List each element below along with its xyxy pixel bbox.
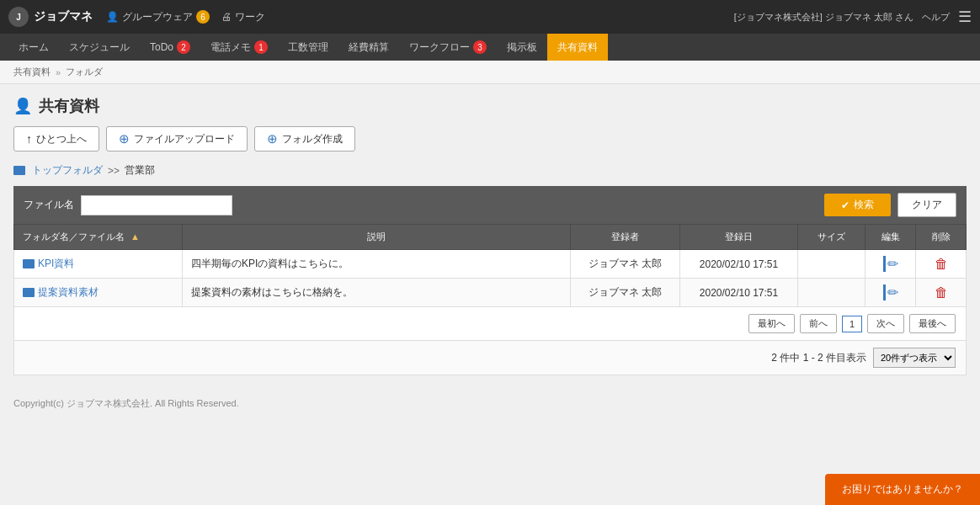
th-size: サイズ [798,225,865,250]
th-delete: 削除 [916,225,967,250]
clear-btn-label: クリア [912,199,942,210]
folder-icon [13,166,25,175]
table-body: KPI資料四半期毎のKPIの資料はこちらに。ジョブマネ 太郎2020/02/10… [14,250,967,307]
tab-work-hours[interactable]: 工数管理 [278,34,338,61]
cell-size [798,279,865,307]
hamburger-icon[interactable]: ☰ [958,8,972,26]
file-folder-link[interactable]: KPI資料 [38,258,74,269]
up-button[interactable]: ↑ ひとつ上へ [13,126,99,152]
cell-description: 四半期毎のKPIの資料はこちらに。 [183,250,571,279]
search-input[interactable] [81,195,232,215]
upload-button[interactable]: ⊕ ファイルアップロード [106,126,248,152]
cell-description: 提案資料の素材はこちらに格納を。 [183,279,571,307]
current-page: 1 [842,316,862,332]
action-buttons: ↑ ひとつ上へ ⊕ ファイルアップロード ⊕ フォルダ作成 [13,126,967,152]
groupware-badge: 6 [196,10,210,24]
cell-date: 2020/02/10 17:51 [680,279,798,307]
tab-todo[interactable]: ToDo 2 [140,34,200,61]
next-page-button[interactable]: 次へ [867,314,904,333]
prev-page-button[interactable]: 前へ [800,314,837,333]
logo-icon: J [8,7,29,27]
th-size-label: サイズ [818,231,845,242]
breadcrumb-sep-1: » [56,67,61,77]
cell-edit: ✏ [865,250,916,279]
per-page-select[interactable]: 20件ずつ表示 50件ずつ表示 [873,348,956,368]
footer-text: Copyright(c) ジョブマネ株式会社. All Rights Reser… [13,398,239,408]
th-edit-label: 編集 [881,231,900,242]
page-title-row: 👤 共有資料 [13,96,967,116]
edit-button[interactable]: ✏ [883,256,898,272]
current-folder: 営業部 [125,163,155,178]
tab-expenses-label: 経費精算 [349,40,389,55]
th-edit: 編集 [865,225,916,250]
shared-docs-icon: 👤 [13,97,32,115]
th-date: 登録日 [680,225,798,250]
path-row: トップフォルダ >> 営業部 [13,163,967,178]
tab-phone-memo-badge: 1 [254,40,268,54]
folder-type-icon [23,288,35,297]
upload-label: ファイルアップロード [134,132,235,146]
first-page-button[interactable]: 最初へ [748,314,795,333]
prev-page-label: 前へ [809,318,828,328]
create-folder-label: フォルダ作成 [282,132,343,146]
tab-shared-docs[interactable]: 共有資料 [547,34,608,61]
main-content: 👤 共有資料 ↑ ひとつ上へ ⊕ ファイルアップロード ⊕ フォルダ作成 トップ… [0,84,980,387]
breadcrumb-item-2[interactable]: フォルダ [66,66,103,78]
breadcrumb: 共有資料 » フォルダ [0,61,980,84]
cell-delete: 🗑 [916,279,967,307]
header: J ジョブマネ 👤 グループウェア 6 🖨 ワーク [ジョブマネ株式会社] ジョ… [0,0,980,34]
tab-home[interactable]: ホーム [8,34,59,61]
up-icon: ↑ [26,132,32,146]
th-description: 説明 [183,225,571,250]
cell-author: ジョブマネ 太郎 [571,279,680,307]
last-page-button[interactable]: 最後へ [909,314,956,333]
logo-text: ジョブマネ [34,9,93,24]
nav-work[interactable]: 🖨 ワーク [221,10,265,24]
up-label: ひとつ上へ [36,132,87,146]
cell-name: 提案資料素材 [14,279,183,307]
search-button[interactable]: ✔ 検索 [824,194,891,216]
cell-name: KPI資料 [14,250,183,279]
tab-todo-label: ToDo [150,41,173,53]
clear-button[interactable]: クリア [897,193,956,217]
tab-workflow-label: ワークフロー [409,40,470,55]
tab-bulletin[interactable]: 掲示板 [497,34,547,61]
th-folder-file-label: フォルダ名／ファイル名 [23,231,125,242]
nav-groupware[interactable]: 👤 グループウェア 6 [106,10,210,24]
cell-edit: ✏ [865,279,916,307]
sort-arrow-icon: ▲ [130,231,140,242]
table-row: 提案資料素材提案資料の素材はこちらに格納を。ジョブマネ 太郎2020/02/10… [14,279,967,307]
cell-size [798,250,865,279]
tab-workflow[interactable]: ワークフロー 3 [399,34,497,61]
tab-phone-memo-label: 電話メモ [210,40,251,55]
help-link[interactable]: ヘルプ [922,11,950,24]
tab-todo-badge: 2 [177,40,190,54]
first-page-label: 最初へ [758,318,786,328]
nav-tabs: ホーム スケジュール ToDo 2 電話メモ 1 工数管理 経費精算 ワークフロ… [0,34,980,61]
edit-button[interactable]: ✏ [883,284,898,300]
groupware-icon: 👤 [106,11,119,23]
breadcrumb-item-1[interactable]: 共有資料 [13,66,51,78]
file-folder-link[interactable]: 提案資料素材 [38,286,99,298]
path-separator: >> [108,165,120,177]
logo: J ジョブマネ [8,7,93,27]
delete-button[interactable]: 🗑 [935,257,948,271]
th-folder-file-name[interactable]: フォルダ名／ファイル名 ▲ [14,225,183,250]
top-folder-link[interactable]: トップフォルダ [32,163,103,178]
create-folder-button[interactable]: ⊕ フォルダ作成 [254,126,355,152]
header-left: J ジョブマネ 👤 グループウェア 6 🖨 ワーク [8,7,265,27]
tab-workflow-badge: 3 [473,40,487,54]
folder-type-icon [23,259,35,268]
check-icon: ✔ [841,199,850,211]
delete-button[interactable]: 🗑 [935,285,948,300]
tab-expenses[interactable]: 経費精算 [338,34,399,61]
work-label: ワーク [235,10,265,24]
search-area: ファイル名 ✔ 検索 クリア [13,186,967,224]
tab-schedule-label: スケジュール [69,40,130,55]
search-label: ファイル名 [24,198,74,212]
tab-phone-memo[interactable]: 電話メモ 1 [200,34,278,61]
tab-bulletin-label: 掲示板 [507,40,537,55]
count-row: 2 件中 1 - 2 件目表示 20件ずつ表示 50件ずつ表示 [13,341,967,375]
tab-schedule[interactable]: スケジュール [59,34,140,61]
th-date-label: 登録日 [725,231,753,242]
